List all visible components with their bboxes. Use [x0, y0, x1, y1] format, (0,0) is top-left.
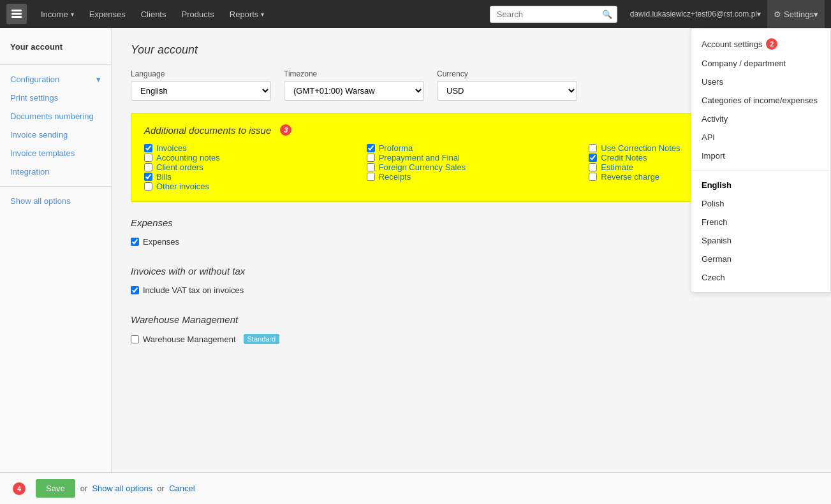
language-group: Language English Polish French Spanish G…: [131, 69, 271, 101]
checkbox-bills[interactable]: Bills: [144, 172, 354, 182]
activity-label: Activity: [702, 114, 728, 124]
invoices-checkbox[interactable]: [144, 144, 152, 152]
checkbox-proforma[interactable]: Proforma: [367, 143, 577, 153]
dropdown-lang-french[interactable]: French: [691, 213, 830, 231]
settings-caret: ▾: [814, 10, 818, 19]
checkbox-invoices[interactable]: Invoices: [144, 143, 354, 153]
checkbox-receipts[interactable]: Receipts: [367, 172, 577, 182]
settings-label: Settings: [784, 10, 814, 19]
invoice-sending-label: Invoice sending: [10, 130, 68, 140]
credit-notes-checkbox[interactable]: [589, 154, 597, 162]
lang-english-label: English: [702, 180, 732, 190]
reports-caret: ▾: [261, 11, 264, 18]
sidebar-item-invoice-templates[interactable]: Invoice templates: [0, 144, 111, 162]
bottom-text: or Show all options or Cancel: [80, 484, 195, 493]
checkbox-other-invoices[interactable]: Other invoices: [144, 182, 354, 191]
income-caret: ▾: [71, 11, 74, 18]
search-input[interactable]: [490, 6, 617, 23]
prepayment-checkbox[interactable]: [367, 154, 375, 162]
checkbox-foreign-currency[interactable]: Foreign Currency Sales: [367, 162, 577, 172]
warehouse-label: Warehouse Management: [143, 335, 236, 344]
other-invoices-label: Other invoices: [156, 182, 209, 191]
estimate-checkbox[interactable]: [589, 163, 597, 171]
additional-docs-badge: 3: [280, 124, 291, 136]
bills-checkbox[interactable]: [144, 173, 152, 181]
client-orders-checkbox[interactable]: [144, 163, 152, 171]
foreign-currency-label: Foreign Currency Sales: [379, 162, 466, 172]
integration-label: Integration: [10, 167, 49, 176]
nav-income[interactable]: Income ▾: [33, 0, 82, 28]
sidebar-item-show-all[interactable]: Show all options: [0, 192, 111, 210]
nav-reports[interactable]: Reports ▾: [222, 0, 272, 28]
sidebar-item-invoice-sending[interactable]: Invoice sending: [0, 126, 111, 144]
nav-clients[interactable]: Clients: [133, 0, 174, 28]
timezone-select[interactable]: (GMT+01:00) Warsaw: [284, 81, 424, 101]
dropdown-lang-czech[interactable]: Czech: [691, 268, 830, 287]
search-wrapper: 🔍: [490, 6, 617, 23]
expenses-label: Expenses: [143, 237, 179, 247]
show-all-options-link[interactable]: Show all options: [92, 484, 152, 493]
vat-checkbox[interactable]: [131, 286, 139, 294]
user-caret: ▾: [757, 10, 761, 18]
other-invoices-checkbox[interactable]: [144, 182, 152, 191]
bills-label: Bills: [156, 172, 172, 182]
sidebar-item-documents-numbering[interactable]: Documents numbering: [0, 107, 111, 126]
show-all-options-label: Show all options: [10, 196, 71, 206]
bottom-bar: 4 Save or Show all options or Cancel: [0, 472, 831, 504]
save-button[interactable]: Save: [36, 479, 75, 498]
credit-notes-label: Credit Notes: [601, 153, 647, 162]
accounting-notes-checkbox[interactable]: [144, 154, 152, 162]
user-menu[interactable]: dawid.lukasiewicz+test06@rst.com.pl ▾: [624, 10, 767, 18]
sidebar-item-print-settings[interactable]: Print settings: [0, 89, 111, 107]
warehouse-checkbox-line: Warehouse Management Standard: [131, 334, 812, 344]
checkbox-prepayment[interactable]: Prepayment and Final: [367, 153, 577, 162]
cancel-link[interactable]: Cancel: [169, 484, 195, 493]
reverse-charge-checkbox[interactable]: [589, 173, 597, 181]
language-label: Language: [131, 69, 271, 78]
dropdown-lang-german[interactable]: German: [691, 250, 830, 268]
proforma-checkbox[interactable]: [367, 144, 375, 152]
dropdown-main-section: Account settings 2 Company / department …: [691, 29, 830, 170]
accounting-notes-label: Accounting notes: [156, 153, 220, 162]
timezone-label: Timezone: [284, 69, 424, 78]
use-correction-notes-label: Use Correction Notes: [601, 143, 680, 153]
nav-items: Income ▾ Expenses Clients Products Repor…: [33, 0, 483, 28]
gear-icon: ⚙: [774, 10, 781, 19]
dropdown-activity[interactable]: Activity: [691, 110, 830, 128]
lang-polish-label: Polish: [702, 199, 724, 208]
api-label: API: [702, 133, 715, 142]
language-select[interactable]: English Polish French Spanish German Cze…: [131, 81, 271, 101]
documents-numbering-label: Documents numbering: [10, 112, 94, 121]
dropdown-users[interactable]: Users: [691, 73, 830, 91]
use-correction-notes-checkbox[interactable]: [589, 144, 597, 152]
top-navigation: Income ▾ Expenses Clients Products Repor…: [0, 0, 831, 28]
nav-products[interactable]: Products: [173, 0, 221, 28]
warehouse-title: Warehouse Management: [131, 314, 812, 325]
dropdown-lang-polish[interactable]: Polish: [691, 194, 830, 213]
sidebar-item-integration[interactable]: Integration: [0, 162, 111, 181]
checkbox-client-orders[interactable]: Client orders: [144, 162, 354, 172]
settings-menu[interactable]: ⚙ Settings ▾: [767, 0, 825, 28]
nav-expenses[interactable]: Expenses: [82, 0, 133, 28]
users-label: Users: [702, 77, 723, 87]
import-label: Import: [702, 151, 725, 161]
foreign-currency-checkbox[interactable]: [367, 163, 375, 171]
vat-label: Include VAT tax on invoices: [143, 285, 244, 295]
dropdown-api[interactable]: API: [691, 128, 830, 147]
dropdown-account-settings[interactable]: Account settings 2: [691, 34, 830, 54]
receipts-checkbox[interactable]: [367, 173, 375, 181]
lang-german-label: German: [702, 254, 732, 264]
dropdown-lang-spanish[interactable]: Spanish: [691, 231, 830, 250]
warehouse-checkbox[interactable]: [131, 335, 139, 343]
dropdown-company[interactable]: Company / department: [691, 54, 830, 73]
dropdown-categories[interactable]: Categories of income/expenses: [691, 91, 830, 110]
currency-select[interactable]: USD EUR GBP: [437, 81, 577, 101]
expenses-checkbox[interactable]: [131, 238, 139, 246]
client-orders-label: Client orders: [156, 162, 203, 172]
prepayment-label: Prepayment and Final: [379, 153, 460, 162]
checkbox-accounting-notes[interactable]: Accounting notes: [144, 153, 354, 162]
dropdown-import[interactable]: Import: [691, 147, 830, 165]
currency-group: Currency USD EUR GBP: [437, 69, 577, 101]
sidebar-item-configuration[interactable]: Configuration ▾: [0, 70, 111, 89]
dropdown-lang-english[interactable]: English: [691, 176, 830, 194]
